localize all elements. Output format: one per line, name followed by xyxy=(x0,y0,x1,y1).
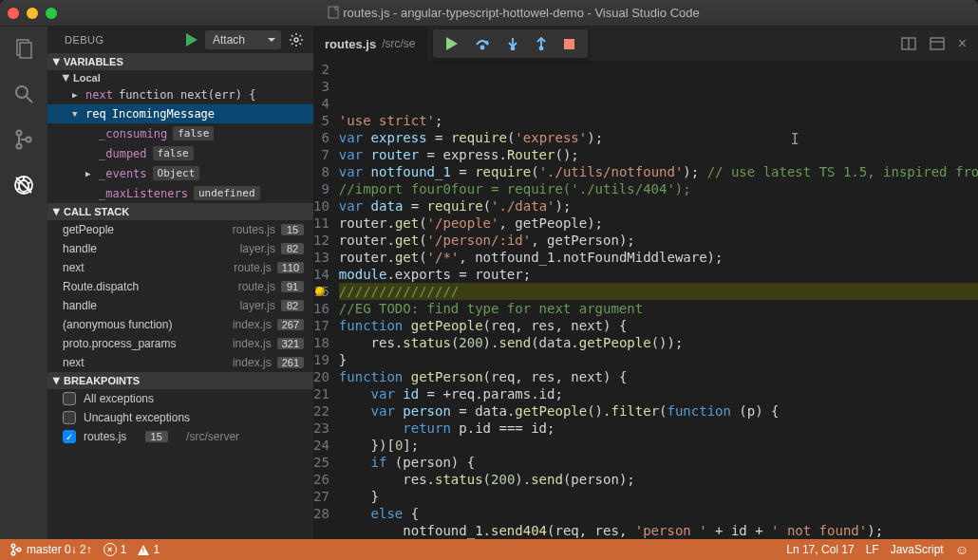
warnings-count[interactable]: 1 xyxy=(138,543,160,556)
step-into-icon[interactable] xyxy=(507,37,518,50)
callstack-row[interactable]: handlelayer.js82 xyxy=(47,296,313,315)
cursor-position[interactable]: Ln 17, Col 17 xyxy=(786,543,854,556)
callstack-row[interactable]: nextindex.js261 xyxy=(47,353,313,372)
source-control-icon[interactable] xyxy=(11,127,36,152)
variable-row[interactable]: _dumped false xyxy=(47,143,313,163)
debug-sidebar: DEBUG Attach ▶VARIABLES ▶Local ▶next fun… xyxy=(47,27,313,539)
debug-header: DEBUG Attach xyxy=(47,27,313,53)
checkbox[interactable] xyxy=(63,392,76,405)
callstack-section[interactable]: ▶CALL STACK xyxy=(47,203,313,220)
callstack-row[interactable]: proto.process_paramsindex.js321 xyxy=(47,334,313,353)
variable-row[interactable]: ▼req IncomingMessage xyxy=(47,104,313,123)
svg-rect-2 xyxy=(20,43,31,58)
breakpoint-row[interactable]: routes.js 15 /src/server xyxy=(47,427,313,446)
close-icon[interactable]: × xyxy=(958,35,967,52)
minimize-window[interactable] xyxy=(27,8,38,19)
callstack-row[interactable]: getPeopleroutes.js15 xyxy=(47,220,313,239)
svg-point-27 xyxy=(11,544,15,548)
svg-point-19 xyxy=(511,47,514,50)
callstack-row[interactable]: Route.dispatchroute.js91 xyxy=(47,277,313,296)
eol[interactable]: LF xyxy=(866,543,879,556)
stop-icon[interactable] xyxy=(564,39,574,49)
variable-row[interactable]: _consuming false xyxy=(47,123,313,143)
editor[interactable]: 2345678910111213141516171819202122232425… xyxy=(313,61,978,539)
tab-bar: routes.js /src/se × xyxy=(313,27,978,61)
svg-rect-25 xyxy=(931,38,944,49)
errors-count[interactable]: ×1 xyxy=(103,543,127,556)
svg-line-4 xyxy=(27,97,32,103)
callstack-row[interactable]: handlelayer.js82 xyxy=(47,239,313,258)
callstack-row[interactable]: (anonymous function)index.js267 xyxy=(47,315,313,334)
step-out-icon[interactable] xyxy=(536,37,547,50)
variable-row[interactable]: ▶_events Object xyxy=(47,163,313,183)
debug-config-dropdown[interactable]: Attach xyxy=(205,30,281,49)
tab-routes-js[interactable]: routes.js /src/se xyxy=(313,27,427,61)
titlebar: routes.js - angular-typescript-hottowel-… xyxy=(0,0,978,27)
editor-actions: × xyxy=(901,27,978,61)
breakpoint-row[interactable]: All exceptions xyxy=(47,389,313,408)
variable-row[interactable]: _maxListeners undefined xyxy=(47,183,313,203)
more-icon[interactable] xyxy=(930,37,945,50)
breakpoints-section[interactable]: ▶BREAKPOINTS xyxy=(47,372,313,389)
start-debug-icon[interactable] xyxy=(186,33,197,47)
continue-icon[interactable] xyxy=(446,37,458,50)
close-window[interactable] xyxy=(8,8,19,19)
debug-label: DEBUG xyxy=(65,34,104,46)
debug-icon[interactable] xyxy=(11,173,36,197)
svg-point-17 xyxy=(480,47,483,49)
window-controls xyxy=(8,8,57,19)
breakpoint-row[interactable]: Uncaught exceptions xyxy=(47,408,313,427)
feedback-icon[interactable]: ☺ xyxy=(955,542,969,557)
svg-point-6 xyxy=(17,144,22,149)
gear-icon[interactable] xyxy=(289,32,304,47)
svg-point-5 xyxy=(17,131,22,136)
svg-point-21 xyxy=(539,47,542,50)
svg-point-16 xyxy=(294,38,298,42)
split-editor-icon[interactable] xyxy=(901,37,916,50)
checkbox[interactable] xyxy=(63,430,76,443)
editor-area: routes.js /src/se × 23456789101112131415… xyxy=(313,27,978,539)
svg-point-3 xyxy=(16,86,28,98)
zoom-window[interactable] xyxy=(46,8,57,19)
checkbox[interactable] xyxy=(63,411,76,424)
file-icon xyxy=(328,6,339,19)
variable-row[interactable]: ▶next function next(err) { xyxy=(47,85,313,104)
svg-point-28 xyxy=(11,551,15,555)
git-branch[interactable]: master 0↓ 2↑ xyxy=(9,543,92,556)
status-bar: master 0↓ 2↑ ×1 1 Ln 17, Col 17 LF JavaS… xyxy=(0,539,978,560)
svg-rect-22 xyxy=(564,39,574,49)
variables-section[interactable]: ▶VARIABLES xyxy=(47,53,313,70)
svg-rect-0 xyxy=(329,7,338,18)
callstack-row[interactable]: nextroute.js110 xyxy=(47,258,313,277)
step-over-icon[interactable] xyxy=(475,37,490,50)
svg-point-29 xyxy=(17,548,21,551)
activity-bar xyxy=(0,27,47,539)
variables-scope[interactable]: ▶Local xyxy=(47,70,313,85)
language-mode[interactable]: JavaScript xyxy=(891,543,944,556)
debug-toolbar xyxy=(433,29,588,58)
window-title: routes.js - angular-typescript-hottowel-… xyxy=(57,6,970,20)
svg-point-7 xyxy=(27,138,31,142)
search-icon[interactable] xyxy=(11,82,36,106)
explorer-icon[interactable] xyxy=(11,36,36,61)
